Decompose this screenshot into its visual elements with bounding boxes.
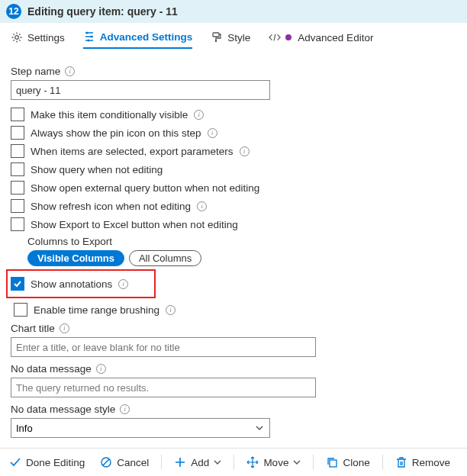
pill-visible-columns[interactable]: Visible Columns (27, 250, 124, 266)
info-icon[interactable]: i (240, 146, 250, 156)
enable-brushing-label: Enable time range brushing (34, 304, 159, 316)
divider (234, 455, 234, 470)
trash-icon (395, 456, 407, 468)
show-external-checkbox[interactable] (11, 181, 24, 195)
show-query-label: Show query when not editing (31, 164, 163, 175)
done-editing-button[interactable]: Done Editing (3, 453, 91, 471)
no-data-input[interactable] (11, 378, 316, 397)
show-refresh-label: Show refresh icon when not editing (31, 201, 191, 212)
conditionally-visible-label: Make this item conditionally visible (31, 109, 188, 121)
info-icon[interactable]: i (208, 128, 217, 138)
status-dot-icon (285, 34, 291, 40)
highlight-box: Show annotations i (6, 269, 156, 298)
code-icon (269, 31, 281, 43)
chart-title-label-row: Chart title i (11, 323, 456, 334)
step-name-label-row: Step name i (11, 66, 456, 77)
show-query-checkbox[interactable] (11, 162, 24, 176)
svg-rect-7 (330, 460, 337, 467)
pill-group: Visible Columns All Columns (27, 250, 456, 266)
always-pin-label: Always show the pin icon on this step (31, 127, 201, 139)
export-params-checkbox[interactable] (11, 144, 24, 158)
info-icon[interactable]: i (60, 323, 69, 333)
clone-button[interactable]: Clone (320, 453, 375, 471)
info-icon[interactable]: i (197, 201, 207, 211)
tab-advanced-label: Advanced Settings (100, 31, 193, 43)
svg-point-0 (15, 36, 19, 40)
cancel-button[interactable]: Cancel (94, 453, 155, 471)
show-export-excel-checkbox[interactable] (11, 217, 24, 231)
show-refresh-checkbox[interactable] (11, 199, 24, 213)
no-data-style-select-wrap (11, 418, 270, 438)
chart-title-input[interactable] (11, 337, 316, 357)
remove-label: Remove (412, 457, 450, 468)
gear-icon (11, 31, 23, 43)
move-label: Move (263, 457, 288, 468)
move-icon (246, 456, 259, 468)
conditionally-visible-checkbox[interactable] (11, 108, 24, 121)
svg-point-3 (87, 40, 89, 42)
clone-icon (326, 456, 338, 468)
editor-header: 12 Editing query item: query - 11 (0, 0, 467, 23)
tab-bar: Settings Advanced Settings Style Advance… (0, 23, 467, 49)
cancel-icon (100, 456, 112, 468)
info-icon[interactable]: i (118, 279, 128, 289)
move-button[interactable]: Move (240, 453, 307, 471)
tab-advanced-editor-label: Advanced Editor (298, 32, 373, 43)
done-editing-label: Done Editing (26, 457, 85, 468)
sliders-icon (83, 31, 95, 43)
svg-point-2 (90, 36, 92, 38)
content-area: Step name i Make this item conditionally… (0, 49, 467, 476)
show-export-excel-label: Show Export to Excel button when not edi… (31, 219, 238, 230)
info-icon[interactable]: i (65, 66, 75, 76)
info-icon[interactable]: i (194, 110, 204, 120)
step-number-badge: 12 (6, 4, 21, 19)
enable-brushing-checkbox[interactable] (14, 303, 27, 317)
check-icon (9, 456, 21, 468)
no-data-style-label: No data message style (11, 404, 115, 415)
divider (313, 455, 314, 470)
always-pin-checkbox[interactable] (11, 126, 24, 140)
info-icon[interactable]: i (166, 305, 176, 315)
no-data-style-label-row: No data message style i (11, 404, 456, 415)
tab-settings-label: Settings (27, 32, 65, 43)
header-title: Editing query item: query - 11 (27, 5, 178, 18)
svg-point-1 (85, 32, 88, 34)
columns-export-label: Columns to Export (27, 236, 456, 247)
chevron-down-icon (293, 458, 301, 466)
remove-button[interactable]: Remove (389, 453, 456, 471)
plus-icon (174, 456, 186, 468)
clone-label: Clone (343, 457, 369, 468)
step-name-label: Step name (11, 66, 60, 77)
chevron-down-icon (214, 458, 221, 466)
pill-all-columns[interactable]: All Columns (129, 250, 201, 266)
divider (382, 455, 383, 470)
show-external-label: Show open external query button when not… (31, 182, 259, 194)
no-data-label-row: No data message i (11, 363, 456, 375)
tab-style-label: Style (227, 32, 250, 43)
add-button[interactable]: Add (168, 453, 227, 471)
cancel-label: Cancel (117, 457, 149, 468)
tab-advanced-editor[interactable]: Advanced Editor (269, 31, 373, 48)
tab-style[interactable]: Style (211, 31, 250, 48)
bottom-toolbar: Done Editing Cancel Add Move Clone (0, 448, 467, 476)
columns-export-section: Columns to Export Visible Columns All Co… (27, 236, 456, 266)
svg-rect-5 (215, 40, 217, 42)
add-label: Add (191, 457, 209, 468)
chart-title-label: Chart title (11, 323, 55, 334)
divider (161, 455, 162, 470)
show-annotations-label: Show annotations (31, 278, 112, 290)
step-name-input[interactable] (11, 80, 270, 100)
tab-settings[interactable]: Settings (11, 31, 65, 48)
info-icon[interactable]: i (96, 364, 106, 374)
show-annotations-checkbox[interactable] (11, 277, 24, 291)
no-data-style-select[interactable] (11, 418, 270, 438)
svg-rect-4 (213, 33, 219, 37)
export-params-label: When items are selected, export paramete… (31, 146, 234, 157)
info-icon[interactable]: i (120, 404, 130, 414)
paint-icon (211, 31, 223, 43)
no-data-label: No data message (11, 363, 92, 375)
tab-advanced-settings[interactable]: Advanced Settings (83, 31, 193, 49)
